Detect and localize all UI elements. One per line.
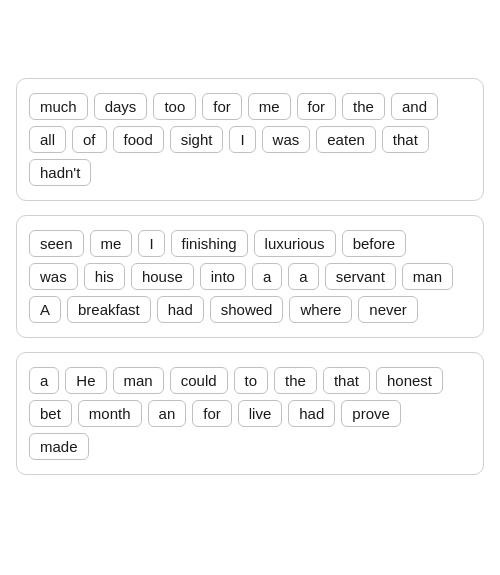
word-row-2-1: seenmeIfinishingluxuriousbefore — [29, 230, 471, 257]
word-chip[interactable]: me — [90, 230, 133, 257]
word-chip[interactable]: an — [148, 400, 187, 427]
word-row-3-2: betmonthanforlivehadprove — [29, 400, 471, 427]
word-chip[interactable]: showed — [210, 296, 284, 323]
word-chip[interactable]: finishing — [171, 230, 248, 257]
word-row-3-3: made — [29, 433, 471, 460]
word-chip[interactable]: prove — [341, 400, 401, 427]
word-chip[interactable]: servant — [325, 263, 396, 290]
word-box-1: muchdaystooformefortheandalloffoodsightI… — [16, 78, 484, 201]
word-chip[interactable]: made — [29, 433, 89, 460]
boxes-container: muchdaystooformefortheandalloffoodsightI… — [16, 78, 484, 475]
instructions-text — [16, 20, 484, 62]
word-chip[interactable]: He — [65, 367, 106, 394]
word-row-1-3: hadn't — [29, 159, 471, 186]
word-row-3-1: aHemancouldtothethathonest — [29, 367, 471, 394]
word-chip[interactable]: hadn't — [29, 159, 91, 186]
word-chip[interactable]: for — [192, 400, 232, 427]
word-chip[interactable]: me — [248, 93, 291, 120]
word-chip[interactable]: month — [78, 400, 142, 427]
word-chip[interactable]: had — [157, 296, 204, 323]
word-row-1-1: muchdaystooformefortheand — [29, 93, 471, 120]
word-row-2-2: washishouseintoaaservantman — [29, 263, 471, 290]
word-chip[interactable]: a — [29, 367, 59, 394]
word-row-2-3: Abreakfasthadshowedwherenever — [29, 296, 471, 323]
word-chip[interactable]: his — [84, 263, 125, 290]
word-chip[interactable]: for — [297, 93, 337, 120]
word-chip[interactable]: to — [234, 367, 269, 394]
word-chip[interactable]: a — [288, 263, 318, 290]
word-chip[interactable]: the — [342, 93, 385, 120]
word-chip[interactable]: for — [202, 93, 242, 120]
word-chip[interactable]: live — [238, 400, 283, 427]
word-chip[interactable]: I — [138, 230, 164, 257]
word-chip[interactable]: that — [323, 367, 370, 394]
word-chip[interactable]: that — [382, 126, 429, 153]
word-box-2: seenmeIfinishingluxuriousbeforewashishou… — [16, 215, 484, 338]
word-chip[interactable]: man — [402, 263, 453, 290]
word-chip[interactable]: bet — [29, 400, 72, 427]
word-chip[interactable]: I — [229, 126, 255, 153]
word-chip[interactable]: A — [29, 296, 61, 323]
word-chip[interactable]: sight — [170, 126, 224, 153]
word-chip[interactable]: house — [131, 263, 194, 290]
word-chip[interactable]: never — [358, 296, 418, 323]
word-chip[interactable]: and — [391, 93, 438, 120]
word-chip[interactable]: seen — [29, 230, 84, 257]
word-chip[interactable]: the — [274, 367, 317, 394]
word-chip[interactable]: a — [252, 263, 282, 290]
word-chip[interactable]: luxurious — [254, 230, 336, 257]
word-chip[interactable]: eaten — [316, 126, 376, 153]
word-chip[interactable]: was — [262, 126, 311, 153]
word-chip[interactable]: into — [200, 263, 246, 290]
word-row-1-2: alloffoodsightIwaseatenthat — [29, 126, 471, 153]
word-chip[interactable]: breakfast — [67, 296, 151, 323]
word-box-3: aHemancouldtothethathonestbetmonthanforl… — [16, 352, 484, 475]
word-chip[interactable]: honest — [376, 367, 443, 394]
word-chip[interactable]: food — [113, 126, 164, 153]
instructions-container — [16, 20, 484, 62]
word-chip[interactable]: before — [342, 230, 407, 257]
word-chip[interactable]: all — [29, 126, 66, 153]
word-chip[interactable]: could — [170, 367, 228, 394]
word-chip[interactable]: man — [113, 367, 164, 394]
word-chip[interactable]: too — [153, 93, 196, 120]
word-chip[interactable]: much — [29, 93, 88, 120]
word-chip[interactable]: of — [72, 126, 107, 153]
word-chip[interactable]: where — [289, 296, 352, 323]
word-chip[interactable]: was — [29, 263, 78, 290]
word-chip[interactable]: had — [288, 400, 335, 427]
word-chip[interactable]: days — [94, 93, 148, 120]
